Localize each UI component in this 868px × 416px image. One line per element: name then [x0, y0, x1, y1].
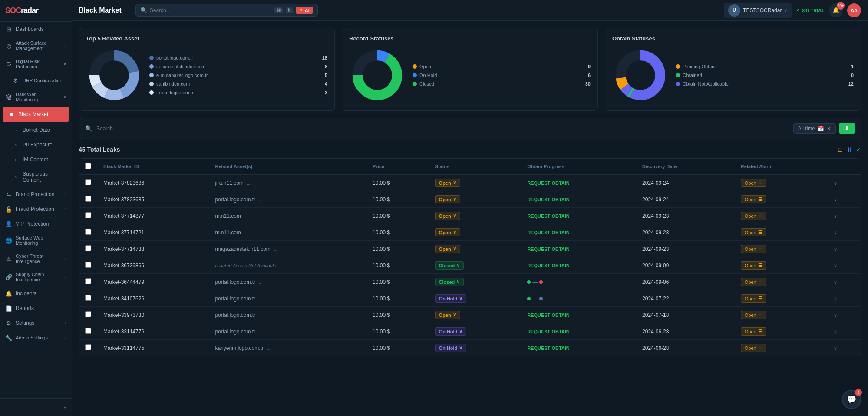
obtain-link[interactable]: REQUEST OBTAIN: [527, 263, 570, 268]
filter-icon-yellow[interactable]: ⊟: [838, 146, 843, 153]
kbd-cmd: ⌘: [274, 7, 283, 13]
row-expand-icon[interactable]: ∨: [834, 329, 837, 334]
status-chevron: ∨: [456, 279, 460, 285]
row-expand-icon[interactable]: ∨: [834, 313, 837, 318]
download-button[interactable]: ⬇: [839, 123, 855, 134]
global-search-bar[interactable]: 🔍 ⌘ K ✦ AI: [135, 4, 318, 17]
sidebar-item-brand-protection[interactable]: 🏷 Brand Protection ›: [0, 187, 72, 202]
row-expand-icon[interactable]: ∨: [834, 296, 837, 301]
sidebar-item-drp-config[interactable]: ⚙ DRP Configuration: [0, 73, 72, 88]
status-badge-onhold[interactable]: On Hold ∨: [435, 294, 467, 303]
row-expand-icon[interactable]: ∨: [834, 197, 837, 202]
sidebar-item-admin-settings[interactable]: 🔧 Admin Settings ›: [0, 330, 72, 345]
sidebar-item-surface-web[interactable]: 🌐 Surface Web Monitoring: [0, 231, 72, 250]
obtain-link[interactable]: REQUEST OBTAIN: [527, 230, 570, 235]
user-avatar[interactable]: AA: [847, 3, 861, 17]
ai-badge[interactable]: ✦ AI: [296, 7, 313, 14]
sidebar-item-incidents[interactable]: 🔔 Incidents ›: [0, 286, 72, 301]
status-badge-open[interactable]: Open ∨: [435, 195, 460, 203]
filter-icon-green[interactable]: ✓: [856, 146, 861, 153]
row-assets: portal.logo.com.tr: [209, 307, 366, 323]
date-filter[interactable]: All time 📅 ✕: [793, 123, 836, 134]
row-expand-icon[interactable]: ∨: [834, 263, 837, 268]
row-price: 10.00 $: [366, 290, 429, 307]
select-all-checkbox[interactable]: [85, 163, 91, 169]
obtain-label-3: Obtain Not Applicable: [683, 81, 846, 87]
sidebar-item-dashboards[interactable]: ⊞ Dashboards: [0, 22, 72, 37]
row-status: Open ∨: [429, 208, 521, 224]
obtain-link[interactable]: REQUEST OBTAIN: [527, 197, 570, 202]
sidebar-item-black-market[interactable]: ■ Black Market: [3, 107, 69, 122]
sidebar-item-fraud-protection[interactable]: 🔒 Fraud Protection ›: [0, 202, 72, 216]
filter-search-input[interactable]: [96, 126, 789, 132]
sidebar-item-digital-risk[interactable]: 🛡 Digital Risk Protection ∨: [0, 55, 72, 73]
reports-icon: 📄: [5, 305, 12, 312]
sidebar-item-attack-surface[interactable]: ◎ Attack Surface Management ›: [0, 37, 72, 55]
obtain-link[interactable]: REQUEST OBTAIN: [527, 180, 570, 186]
sidebar-item-im-content[interactable]: ◦ IM Content: [0, 152, 72, 167]
row-checkbox[interactable]: [85, 179, 91, 185]
logo-text: SOCradar: [5, 6, 38, 15]
row-expand-icon[interactable]: ∨: [834, 280, 837, 285]
row-id: Market-34107626: [97, 290, 209, 307]
obtain-link[interactable]: REQUEST OBTAIN: [527, 313, 570, 318]
vip-icon: 👤: [5, 220, 12, 227]
clear-date-button[interactable]: ✕: [827, 126, 831, 132]
obtain-link[interactable]: REQUEST OBTAIN: [527, 346, 570, 351]
row-checkbox[interactable]: [85, 311, 91, 317]
status-badge-open[interactable]: Open ∨: [435, 228, 460, 236]
row-alarm: Open ☰: [735, 224, 828, 241]
row-checkbox[interactable]: [85, 278, 91, 284]
status-badge-onhold[interactable]: On Hold ∨: [435, 327, 467, 336]
row-checkbox[interactable]: [85, 212, 91, 218]
row-checkbox[interactable]: [85, 262, 91, 268]
obtain-link[interactable]: REQUEST OBTAIN: [527, 246, 570, 252]
alarm-icon: ☰: [758, 345, 762, 351]
status-badge-closed[interactable]: Closed ∨: [435, 278, 464, 286]
legend-value-5: 3: [325, 90, 327, 95]
search-input[interactable]: [150, 7, 272, 13]
status-badge-onhold[interactable]: On Hold ∨: [435, 344, 467, 352]
obtain-link[interactable]: REQUEST OBTAIN: [527, 213, 570, 219]
chat-bubble[interactable]: 💬 2: [842, 390, 861, 409]
obtain-link[interactable]: REQUEST OBTAIN: [527, 329, 570, 334]
sidebar-item-vip-protection[interactable]: 👤 VIP Protection: [0, 216, 72, 231]
row-checkbox[interactable]: [85, 344, 91, 350]
sidebar-item-suspicious-content[interactable]: ◦ Suspicious Content: [0, 167, 72, 187]
sidebar-item-botnet-data[interactable]: ◦ Botnet Data: [0, 123, 72, 137]
row-expand-icon[interactable]: ∨: [834, 180, 837, 186]
row-expand-icon[interactable]: ∨: [834, 346, 837, 351]
legend-label-3: e-mutabakat.logo.com.tr: [156, 73, 322, 78]
row-checkbox[interactable]: [85, 196, 91, 202]
status-badge-open[interactable]: Open ∨: [435, 245, 460, 253]
row-checkbox[interactable]: [85, 229, 91, 235]
arrow-icon9: ›: [65, 321, 66, 325]
sidebar-item-pii-exposure[interactable]: ◦ PII Exposure: [0, 137, 72, 152]
table-row: Market-37714721 m.n11.com 10.00 $ Open ∨…: [79, 224, 861, 241]
status-badge-open[interactable]: Open ∨: [435, 311, 460, 319]
sidebar-label-attack-surface: Attack Surface Management: [16, 40, 62, 51]
row-checkbox[interactable]: [85, 328, 91, 334]
status-badge-open[interactable]: Open ∨: [435, 212, 460, 220]
status-badge-open[interactable]: Open ∨: [435, 179, 460, 187]
sidebar-item-reports[interactable]: 📄 Reports: [0, 301, 72, 316]
sidebar-item-dark-web[interactable]: 🕸 Dark Web Monitoring ∨: [0, 88, 72, 106]
row-expand-icon[interactable]: ∨: [834, 230, 837, 235]
sidebar-item-cyber-threat[interactable]: ⚠ Cyber Threat Intelligence ›: [0, 250, 72, 268]
sidebar-collapse-button[interactable]: «: [0, 402, 72, 413]
row-expand-icon[interactable]: ∨: [834, 213, 837, 219]
filter-icon-blue[interactable]: ⏸: [846, 146, 852, 153]
row-expand-icon[interactable]: ∨: [834, 246, 837, 252]
row-alarm: Open ☰: [735, 290, 828, 307]
row-obtain: REQUEST OBTAIN: [521, 323, 636, 340]
table-body: Market-37823686 jira.n11.com ... 10.00 $…: [79, 175, 861, 356]
row-alarm: Open ☰: [735, 274, 828, 290]
sidebar-item-supply-chain[interactable]: 🔗 Supply Chain Intelligence ›: [0, 268, 72, 286]
sidebar-item-settings[interactable]: ⚙ Settings ›: [0, 316, 72, 330]
filter-search-container[interactable]: [96, 126, 789, 132]
user-info[interactable]: U TESTSOCRadar ∨: [724, 3, 792, 18]
status-badge-closed[interactable]: Closed ∨: [435, 261, 464, 270]
status-chevron: ∨: [453, 180, 456, 186]
row-checkbox[interactable]: [85, 245, 91, 251]
row-checkbox[interactable]: [85, 295, 91, 301]
